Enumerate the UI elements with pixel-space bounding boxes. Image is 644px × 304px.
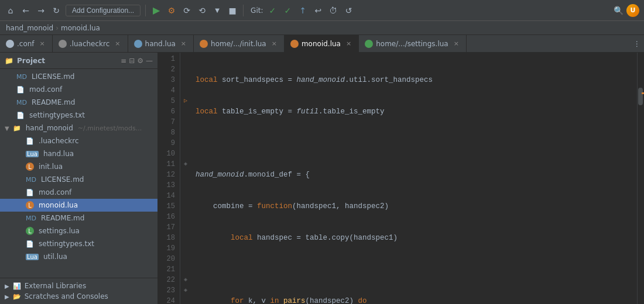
git-check-teal-icon[interactable]: ✓ xyxy=(266,5,278,16)
git-undo-icon[interactable]: ↺ xyxy=(342,5,354,16)
code-content[interactable]: local sort_handspecs = hand_monoid.util.… xyxy=(191,53,637,304)
tab-luacheckrc-close[interactable]: × xyxy=(114,39,121,48)
tab-luacheckrc-label: .luacheckrc xyxy=(70,40,110,48)
chevron-down-icon: ▼ xyxy=(5,125,9,132)
sidebar-item-settingtypes[interactable]: 📄 settingtypes.txt xyxy=(0,237,157,250)
build-icon[interactable]: ⚙ xyxy=(166,5,177,16)
tab-luacheckrc[interactable]: .luacheckrc × xyxy=(53,35,128,52)
tab-monoid-lua[interactable]: monoid.lua × xyxy=(285,35,359,52)
tab-settings-lua-label: home/.../settings.lua xyxy=(376,40,448,48)
sidebar-item-settingtypes-top[interactable]: 📄 settingtypes.txt xyxy=(0,109,157,122)
loop-icon[interactable]: ⟲ xyxy=(196,5,208,16)
sidebar-item-mod-conf-top[interactable]: 📄 mod.conf xyxy=(0,83,157,96)
scrollbar-area[interactable] xyxy=(637,53,644,304)
conf-icon-2: 📄 xyxy=(26,189,34,196)
sidebar-item-util-lua[interactable]: Lua util.lua xyxy=(0,250,157,263)
git-clock-icon[interactable]: ⏱ xyxy=(327,5,339,16)
sidebar-item-hand-monoid-folder[interactable]: ▼ 📁 hand_monoid ~/.minetest/mods... xyxy=(0,122,157,134)
code-line-2: local table_is_empty = futil.table_is_em… xyxy=(191,106,637,117)
sidebar-settings-icon[interactable]: ⚙ xyxy=(137,57,143,65)
toolbar: ⌂ ← → ↻ Add Configuration... ▶ ⚙ ⟳ ⟲ ▼ ■… xyxy=(0,0,644,21)
tab-init-lua-label: home/.../init.lua xyxy=(211,40,266,48)
tab-settings-lua-icon xyxy=(365,40,373,48)
conf-icon: 📄 xyxy=(16,86,25,94)
sidebar-item-license[interactable]: MD LICENSE.md xyxy=(0,173,157,186)
tab-hand-lua-close[interactable]: × xyxy=(180,39,187,48)
git-revert-icon[interactable]: ↩ xyxy=(312,5,324,16)
sidebar-item-luacheckrc[interactable]: 📄 .luacheckrc xyxy=(0,134,157,147)
reload-icon[interactable]: ⟳ xyxy=(181,5,193,16)
code-line-7 xyxy=(191,264,637,275)
sidebar-close-icon[interactable]: — xyxy=(146,57,153,65)
sidebar-item-readme-top[interactable]: MD README.md xyxy=(0,96,157,109)
home-icon[interactable]: ⌂ xyxy=(5,5,16,16)
tab-init-lua-icon xyxy=(200,40,208,48)
sidebar-item-scratches[interactable]: ▶ 📂 Scratches and Consoles xyxy=(5,291,153,302)
code-line-8: for k, v in pairs(handspec2) do xyxy=(191,296,637,304)
search-icon[interactable]: 🔍 xyxy=(612,5,624,16)
tabs-bar: .conf × .luacheckrc × hand.lua × home/..… xyxy=(0,35,644,53)
breadcrumb-sep: › xyxy=(56,24,59,32)
sidebar-title: Project xyxy=(17,57,45,65)
dropdown-run-icon[interactable]: ▼ xyxy=(211,5,223,16)
md-icon: MD xyxy=(16,99,27,106)
settings-lua-icon: L xyxy=(26,227,34,235)
sidebar-item-license-top[interactable]: MD LICENSE.md xyxy=(0,70,157,83)
refresh-icon[interactable]: ↻ xyxy=(50,5,62,16)
tab-init-lua[interactable]: home/.../init.lua × xyxy=(194,35,285,52)
tree-item-label: settingtypes.txt xyxy=(39,240,94,248)
folder-path: ~/.minetest/mods... xyxy=(78,125,142,132)
back-icon[interactable]: ← xyxy=(20,5,32,16)
tab-hand-lua[interactable]: hand.lua × xyxy=(128,35,194,52)
stop-icon[interactable]: ■ xyxy=(227,5,238,16)
folder-icon: 📁 xyxy=(13,125,21,132)
sidebar-collapse-icon[interactable]: ≡ xyxy=(121,57,126,65)
tree-item-label: .luacheckrc xyxy=(39,137,79,145)
avatar[interactable]: U xyxy=(626,4,639,17)
tab-init-lua-close[interactable]: × xyxy=(270,39,278,48)
add-configuration-button[interactable]: Add Configuration... xyxy=(66,5,141,16)
git-check-green-icon[interactable]: ✓ xyxy=(282,5,293,16)
tab-conf[interactable]: .conf × xyxy=(0,35,53,52)
sidebar-item-external-libraries[interactable]: ▶ 📊 External Libraries xyxy=(5,281,153,291)
git-arrow-up-icon[interactable]: ↑ xyxy=(297,5,309,16)
tab-monoid-lua-icon xyxy=(290,40,299,48)
sidebar-item-readme[interactable]: MD README.md xyxy=(0,212,157,224)
sidebar-item-init-lua[interactable]: L init.lua xyxy=(0,160,157,173)
scroll-thumb[interactable] xyxy=(638,88,643,105)
scroll-marker xyxy=(642,92,644,94)
lua2-icon: L xyxy=(26,163,34,171)
tabs-overflow[interactable]: ⋮ xyxy=(630,35,644,52)
breadcrumb-project[interactable]: hand_monoid xyxy=(6,24,53,32)
toolbar-right: 🔍 U xyxy=(612,4,639,17)
separator-1 xyxy=(145,5,146,16)
code-line-4: hand_monoid.monoid_def = { xyxy=(191,170,637,180)
tab-conf-close[interactable]: × xyxy=(39,39,46,48)
sidebar-item-hand-lua[interactable]: Lua hand.lua xyxy=(0,147,157,160)
md-icon-2: MD xyxy=(26,176,36,184)
code-container[interactable]: 1 2 3 4 5 6 7 8 9 10 11 12 13 14 15 16 1… xyxy=(158,53,644,304)
scratches-icon: 📂 xyxy=(13,293,21,300)
sidebar-item-monoid-lua[interactable]: L monoid.lua xyxy=(0,199,157,212)
code-line-5: combine = function(handspec1, handspec2) xyxy=(191,201,637,212)
external-libraries-label: External Libraries xyxy=(25,282,86,290)
md-icon-3: MD xyxy=(26,215,36,222)
sidebar-item-mod-conf[interactable]: 📄 mod.conf xyxy=(0,186,157,199)
sidebar-item-settings-lua[interactable]: L settings.lua xyxy=(0,224,157,237)
tree-item-label: init.lua xyxy=(39,163,63,171)
breadcrumb-file[interactable]: monoid.lua xyxy=(61,24,100,32)
sidebar-filter-icon[interactable]: ⊟ xyxy=(129,57,135,65)
code-line-3 xyxy=(191,138,637,148)
tree-item-label: hand_monoid xyxy=(26,124,73,132)
tab-settings-lua[interactable]: home/.../settings.lua × xyxy=(359,35,467,52)
lua-icon: Lua xyxy=(26,151,39,157)
code-line-1: local sort_handspecs = hand_monoid.util.… xyxy=(191,75,637,85)
util-lua-icon: Lua xyxy=(26,254,39,260)
code-line-6: local handspec = table.copy(handspec1) xyxy=(191,233,637,243)
tree-item-label: settings.lua xyxy=(39,227,80,235)
tab-settings-lua-close[interactable]: × xyxy=(453,39,460,48)
run-icon[interactable]: ▶ xyxy=(150,5,162,16)
tab-monoid-lua-close[interactable]: × xyxy=(345,39,352,48)
forward-icon[interactable]: → xyxy=(35,5,47,16)
sidebar-header: 📁 Project ≡ ⊟ ⚙ — xyxy=(0,53,157,69)
